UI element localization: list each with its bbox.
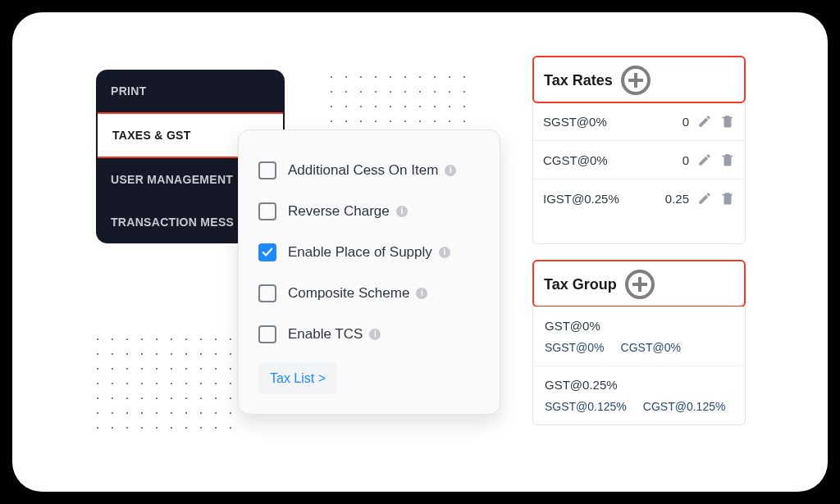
option-additional-cess[interactable]: Additional Cess On Item i — [258, 150, 480, 191]
info-icon[interactable]: i — [396, 206, 408, 217]
card-title: Tax Rates — [544, 72, 613, 89]
checkbox-icon[interactable] — [258, 325, 276, 343]
option-composite-scheme[interactable]: Composite Scheme i — [258, 273, 480, 314]
tax-rate-row: SGST@0% 0 — [533, 102, 745, 140]
checkbox-icon[interactable] — [258, 202, 276, 220]
tax-group-part[interactable]: SGST@0.125% — [545, 400, 627, 413]
tax-rate-row: IGST@0.25% 0.25 — [533, 179, 745, 217]
checkbox-icon[interactable] — [258, 284, 276, 302]
checkbox-icon[interactable] — [258, 243, 276, 261]
tax-rates-card: Tax Rates SGST@0% 0 — [532, 56, 746, 244]
sidebar-item-print[interactable]: PRINT — [96, 70, 285, 112]
tax-group-label: GST@0% — [545, 319, 735, 333]
tax-group-row: GST@0.25% SGST@0.125% CGST@0.125% — [533, 366, 745, 425]
checkbox-icon[interactable] — [258, 161, 276, 179]
tax-rate-label: CGST@0% — [543, 153, 608, 167]
edit-icon[interactable] — [697, 152, 712, 167]
option-label: Composite Scheme — [288, 285, 409, 302]
add-tax-rate-button[interactable] — [621, 66, 651, 95]
tax-rate-row: CGST@0% 0 — [533, 140, 745, 179]
trash-icon[interactable] — [720, 152, 735, 167]
add-tax-group-button[interactable] — [625, 270, 655, 299]
tax-rate-label: IGST@0.25% — [543, 192, 619, 206]
info-icon[interactable]: i — [439, 247, 450, 258]
tax-rate-value: 0 — [664, 115, 689, 129]
tax-group-label: GST@0.25% — [545, 378, 735, 392]
info-icon[interactable]: i — [416, 288, 427, 299]
stage: PRINT TAXES & GST USER MANAGEMENT TRANSA… — [12, 12, 828, 492]
tax-rate-label: SGST@0% — [543, 115, 607, 129]
tax-group-card: Tax Group GST@0% SGST@0% CGST@0% GST@0.2… — [532, 260, 746, 425]
tax-group-header: Tax Group — [532, 260, 746, 307]
edit-icon[interactable] — [697, 114, 712, 129]
tax-rate-value: 0.25 — [664, 192, 689, 206]
option-enable-place-of-supply[interactable]: Enable Place of Supply i — [258, 232, 480, 273]
tax-group-row: GST@0% SGST@0% CGST@0% — [533, 306, 745, 366]
tax-group-part[interactable]: SGST@0% — [545, 341, 605, 354]
tax-list-button[interactable]: Tax List > — [258, 363, 337, 394]
option-label: Additional Cess On Item — [288, 162, 438, 179]
info-icon[interactable]: i — [369, 329, 381, 340]
tax-group-part[interactable]: CGST@0.125% — [643, 400, 726, 413]
option-label: Enable Place of Supply — [288, 244, 432, 261]
tax-rate-value: 0 — [664, 153, 689, 167]
option-reverse-charge[interactable]: Reverse Charge i — [258, 191, 480, 232]
option-label: Enable TCS — [288, 326, 363, 343]
option-enable-tcs[interactable]: Enable TCS i — [258, 314, 480, 355]
card-title: Tax Group — [544, 276, 617, 293]
info-icon[interactable]: i — [445, 165, 456, 176]
edit-icon[interactable] — [697, 191, 712, 206]
trash-icon[interactable] — [720, 191, 735, 206]
trash-icon[interactable] — [720, 114, 735, 129]
option-label: Reverse Charge — [288, 203, 390, 220]
tax-settings-card: Additional Cess On Item i Reverse Charge… — [238, 129, 500, 415]
tax-group-part[interactable]: CGST@0% — [621, 341, 681, 354]
tax-rates-header: Tax Rates — [532, 56, 746, 103]
decorative-dots — [90, 332, 238, 438]
